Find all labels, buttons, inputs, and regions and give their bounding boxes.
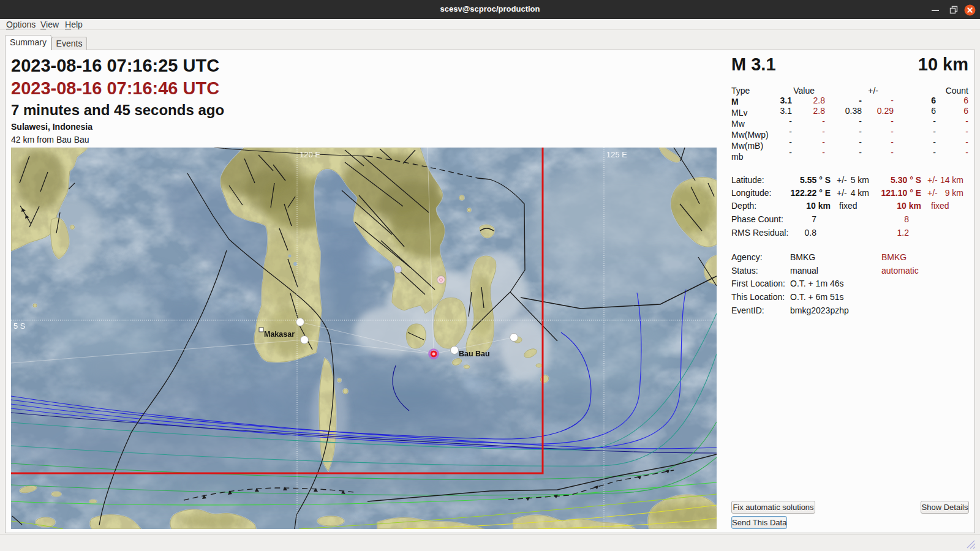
svg-text:125 E: 125 E bbox=[606, 150, 627, 159]
svg-text:Bau Bau: Bau Bau bbox=[459, 350, 490, 358]
svg-text:Makasar: Makasar bbox=[264, 330, 295, 339]
svg-text:120 E: 120 E bbox=[300, 150, 320, 159]
svg-text:5 S: 5 S bbox=[13, 321, 26, 331]
